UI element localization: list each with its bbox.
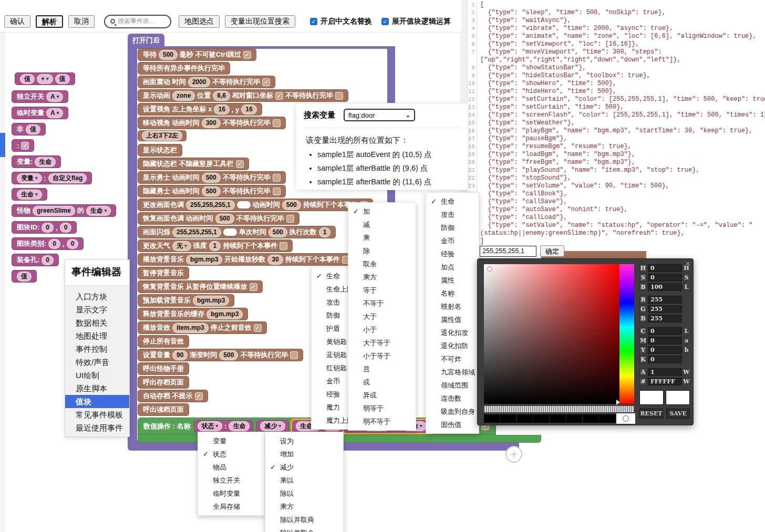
- flyout-block[interactable]: 图块ID:0,0: [12, 221, 77, 234]
- statement-block[interactable]: 更改画面色调255,255,255,1动画时间500持续到下个本事件: [138, 199, 373, 211]
- block-field[interactable]: 255,255,255,1: [172, 227, 221, 237]
- variable-select[interactable]: flag:door ⌄: [344, 109, 415, 121]
- menu-item[interactable]: 弱等于: [348, 402, 416, 415]
- block-field[interactable]: 0: [48, 239, 60, 249]
- search-block-input[interactable]: 搜索事件块...: [104, 15, 171, 28]
- menu-item[interactable]: 护盾: [312, 322, 352, 335]
- flyout-block[interactable]: :✓: [12, 139, 34, 152]
- statement-block[interactable]: 预加载背景音乐bgm.mp3: [138, 294, 234, 307]
- menu-item[interactable]: 物品: [198, 461, 264, 474]
- block-dropdown[interactable]: A▾: [46, 108, 63, 118]
- checkbox-field[interactable]: ✓: [236, 160, 244, 168]
- sidebar-item-8[interactable]: 原生脚本: [65, 382, 129, 395]
- statement-block[interactable]: 设置音量90渐变时间500不等待执行完毕: [138, 349, 303, 361]
- checkbox-field[interactable]: [286, 215, 294, 223]
- flyout-block[interactable]: 非值: [12, 123, 46, 135]
- color-field-value[interactable]: 0: [648, 356, 682, 363]
- menu-item[interactable]: 名称: [426, 287, 479, 300]
- block-field[interactable]: 16: [241, 105, 256, 114]
- menu-item[interactable]: 黄钥匙: [312, 335, 352, 348]
- block-field[interactable]: 500: [202, 173, 221, 183]
- menu-item[interactable]: 退化扣攻: [426, 326, 479, 339]
- statement-block[interactable]: 更改天气无▾强度1持续到下个本事件: [138, 239, 293, 252]
- cancel-button[interactable]: 取消: [68, 15, 95, 28]
- flyout-block[interactable]: 临时变量A▾: [12, 107, 68, 119]
- flyout-block[interactable]: 独立开关A▾: [12, 90, 68, 103]
- menu-item[interactable]: 生命: [312, 269, 352, 283]
- expand-logic-checkbox[interactable]: ✓ 展开值块逻辑运算: [381, 17, 451, 26]
- flyout-block[interactable]: 值: [12, 270, 37, 283]
- saturation-brightness-gradient[interactable]: [484, 264, 619, 404]
- menu-item[interactable]: 魔力上限: [312, 414, 352, 427]
- block-field[interactable]: 255,255,255,1: [186, 200, 235, 210]
- block-field[interactable]: bgm.mp3: [206, 309, 243, 319]
- block-dropdown[interactable]: 生命▾: [17, 190, 42, 200]
- block-field[interactable]: 500: [282, 200, 301, 210]
- statement-block[interactable]: 释放背景音乐的缓存bgm.mp3: [138, 308, 248, 320]
- confirm-button[interactable]: 确认: [4, 15, 30, 28]
- hue-slider-handle[interactable]: [616, 400, 620, 405]
- block-field[interactable]: 500: [202, 186, 221, 196]
- block-field[interactable]: 值: [26, 124, 40, 134]
- statement-block[interactable]: 呼出存档页面: [138, 376, 189, 389]
- menu-item[interactable]: 临时变量: [198, 487, 264, 500]
- menu-item[interactable]: 加点: [426, 260, 479, 274]
- menu-item[interactable]: 增加: [265, 447, 343, 461]
- menu-item[interactable]: 生命上限: [312, 283, 352, 296]
- color-field-value[interactable]: 255: [648, 305, 682, 313]
- flyout-block[interactable]: 值+▾值: [15, 72, 75, 85]
- statement-block[interactable]: 隐藏勇士 动画时间500不等待执行完毕: [138, 185, 286, 197]
- statement-block[interactable]: 呼出怪物手册: [138, 362, 189, 375]
- zoom-in-control[interactable]: +: [505, 446, 522, 463]
- menu-item[interactable]: 乘: [348, 231, 416, 244]
- menu-item[interactable]: 退化扣防: [426, 339, 479, 352]
- menu-item[interactable]: 金币: [426, 234, 479, 247]
- menu-item[interactable]: 大于: [348, 310, 416, 323]
- flyout-block[interactable]: 生命▾: [12, 188, 47, 201]
- checkbox-field[interactable]: [290, 351, 298, 359]
- block-field[interactable]: 值: [17, 272, 32, 281]
- hue-slider[interactable]: [619, 264, 634, 404]
- block-field[interactable]: 90: [172, 350, 188, 360]
- chinese-name-checkbox[interactable]: ✓ 开启中文名替换: [310, 17, 372, 26]
- block-field[interactable]: 上右3下2左: [142, 131, 182, 141]
- menu-item[interactable]: 变量: [198, 434, 264, 447]
- menu-item[interactable]: 经验: [426, 247, 479, 260]
- block-field[interactable]: zone: [172, 91, 195, 101]
- flyout-scrollbar-track[interactable]: [0, 33, 5, 532]
- checkbox-field[interactable]: ✓: [262, 78, 270, 86]
- sidebar-item-6[interactable]: 特效/声音: [65, 356, 129, 369]
- statement-block[interactable]: 显示状态栏: [138, 144, 182, 157]
- menu-item[interactable]: 属性: [426, 274, 479, 287]
- block-field[interactable]: bgm.mp3: [193, 296, 229, 306]
- flyout-scrollbar-thumb[interactable]: [0, 133, 5, 157]
- color-field-value[interactable]: 255: [648, 296, 682, 304]
- flyout-block[interactable]: 装备孔:0: [12, 254, 59, 266]
- statement-block[interactable]: 自动存档 不提示✓: [138, 390, 208, 402]
- menu-item[interactable]: 属性值: [426, 313, 479, 326]
- block-field[interactable]: 值: [20, 74, 35, 84]
- color-swatch-field[interactable]: [223, 228, 237, 236]
- block-field[interactable]: 30: [267, 255, 283, 265]
- menu-item[interactable]: 蓝钥匙: [312, 348, 352, 361]
- checkbox-field[interactable]: [273, 174, 281, 182]
- checkbox-field[interactable]: [280, 242, 287, 250]
- block-field[interactable]: 1: [319, 227, 331, 237]
- menu-item[interactable]: 加: [348, 205, 416, 218]
- block-field[interactable]: item.mp3: [172, 323, 209, 333]
- menu-item[interactable]: 生命: [426, 195, 479, 208]
- menu-item[interactable]: 不等于: [348, 297, 416, 310]
- color-field-value[interactable]: FFFFFF: [648, 378, 682, 385]
- block-field[interactable]: 500: [268, 227, 287, 237]
- menu-item[interactable]: 弱不等于: [348, 415, 416, 428]
- menu-item[interactable]: 且: [348, 362, 416, 375]
- menu-item[interactable]: 独立开关: [198, 474, 264, 487]
- flyout-block[interactable]: 图块类别:0,0: [12, 237, 84, 250]
- block-field[interactable]: 2000: [188, 77, 211, 87]
- target-dropdown[interactable]: 状态▾: [198, 421, 223, 431]
- name-field[interactable]: 生命: [229, 421, 250, 431]
- checkbox-field[interactable]: [335, 92, 343, 100]
- checkbox-field[interactable]: [273, 187, 281, 195]
- menu-item[interactable]: 吸血到自身: [426, 405, 479, 418]
- menu-item[interactable]: 减: [348, 218, 416, 231]
